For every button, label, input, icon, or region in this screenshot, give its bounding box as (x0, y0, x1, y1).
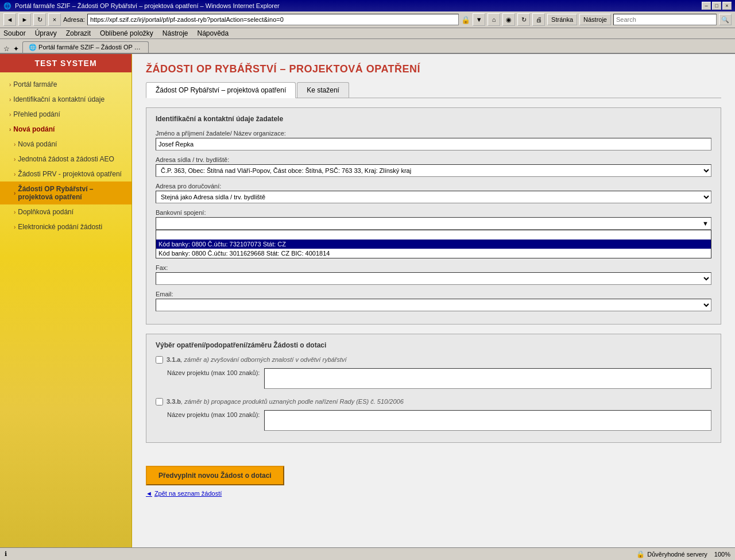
bank-option-2[interactable]: Kód banky: 0800 Č.účtu: 3011629668 Stát:… (156, 249, 711, 258)
email-select[interactable] (156, 299, 711, 311)
status-left: ℹ (5, 550, 7, 558)
menu-soubor[interactable]: Soubor (3, 29, 26, 37)
sidebar-label: Přehled podání (13, 110, 60, 118)
forward-button[interactable]: ► (18, 13, 31, 26)
name-input[interactable] (156, 138, 711, 150)
address-select[interactable]: Č.P. 363, Obec: Štítná nad Vláří-Popov, … (156, 164, 711, 177)
sidebar-label: Žádosti PRV - projektová opatření (18, 170, 122, 178)
bank-dropdown-container: ▼ Kód banky: 0800 Č.účtu: 732107073 Stát… (156, 217, 711, 230)
menu-napoveda[interactable]: Nápověda (198, 29, 229, 37)
sidebar-item-zadosti-op[interactable]: › Žádosti OP Rybářství – projektová opat… (0, 181, 131, 204)
maximize-button[interactable]: □ (712, 2, 721, 10)
secure-label: Důvěryhodné servery (647, 551, 707, 558)
sidebar-item-elektronicke-podani[interactable]: › Elektronické podání žádosti (0, 219, 131, 234)
sidebar-item-jednotna-zadost[interactable]: › Jednotná žádost a žádosti AEO (0, 152, 131, 167)
sidebar-nav: › Portál farmáře › Identifikační a konta… (0, 72, 131, 239)
bottom-actions: Předvyplnit novou Žádost o dotaci ◄ Zpět… (132, 461, 735, 506)
bank-dropdown-arrow-icon: ▼ (702, 220, 709, 227)
tools-button[interactable]: Nástroje (579, 14, 611, 25)
bank-dropdown-list: Kód banky: 0800 Č.účtu: 732107073 Stát: … (156, 230, 711, 258)
menu-oblibene[interactable]: Oblíbené položky (100, 29, 153, 37)
checkbox-row-1: 3.1.a, záměr a) zvyšování odborných znal… (156, 356, 711, 364)
ie-favicon-icon: 🌐 (3, 2, 11, 10)
selection-item-2: 3.3.b, záměr b) propagace produktů uznan… (156, 398, 711, 431)
refresh-button[interactable]: ↻ (33, 13, 46, 26)
project-name-row-1: Název projektu (max 100 znaků): (167, 368, 711, 389)
identification-section-title: Identifikační a kontaktní údaje žadatele (156, 115, 711, 123)
back-button[interactable]: ◄ (3, 13, 16, 26)
sidebar-item-zadosti-prv[interactable]: › Žádosti PRV - projektová opatření (0, 167, 131, 181)
arrow-icon: › (14, 141, 16, 148)
sidebar-item-prehled-podani[interactable]: › Přehled podání (0, 107, 131, 122)
refresh2-button[interactable]: ↻ (517, 13, 530, 26)
bank-option-1[interactable]: Kód banky: 0800 Č.účtu: 732107073 Stát: … (156, 240, 711, 249)
submit-button[interactable]: Předvyplnit novou Žádost o dotaci (146, 466, 284, 485)
title-bar-controls: – □ × (702, 2, 732, 10)
selection-item-1: 3.1.a, záměr a) zvyšování odborných znal… (156, 356, 711, 389)
secure-indicator: 🔒 Důvěryhodné servery (636, 550, 707, 558)
title-bar-left: 🌐 Portál farmáře SZIF – Žádosti OP Rybář… (3, 2, 280, 10)
checkbox-3-3-b[interactable] (156, 398, 163, 405)
tab-zadost[interactable]: Žádost OP Rybářství – projektová opatřen… (146, 82, 296, 98)
delivery-label: Adresa pro doručování: (156, 183, 711, 190)
code-3-3-b: 3.3.b (167, 398, 181, 405)
window-title: Portál farmáře SZIF – Žádosti OP Rybářst… (15, 2, 280, 9)
sidebar-label: Jednotná žádost a žádosti AEO (18, 155, 114, 163)
sidebar-label: Identifikační a kontaktní údaje (13, 95, 105, 103)
secure-lock-icon: 🔒 (636, 550, 645, 558)
page-button[interactable]: Stránka (547, 14, 577, 25)
back-button[interactable]: ◄ Zpět na seznam žádostí (146, 490, 222, 497)
browser-content: TEST SYSTEM › Portál farmáře › Identifik… (0, 54, 735, 560)
browser-tab-bar: ☆ ✦ 🌐 Portál farmáře SZIF – Žádosti OP R… (0, 39, 735, 54)
feeds-button[interactable]: ◉ (502, 13, 515, 26)
add-tab-icon[interactable]: ✦ (13, 45, 19, 53)
menu-bar: Soubor Úpravy Zobrazit Oblíbené položky … (0, 28, 735, 39)
sidebar-item-identifikacni[interactable]: › Identifikační a kontaktní údaje (0, 92, 131, 107)
code-3-1-a: 3.1.a (167, 356, 180, 363)
name-label: Jméno a příjmení žadatele/ Název organiz… (156, 130, 711, 137)
content-tabs: Žádost OP Rybářství – projektová opatřen… (146, 82, 721, 98)
sidebar-label: Žádosti OP Rybářství – projektová opatře… (18, 185, 125, 201)
desc-3-3-b: , záměr b) propagace produktů uznaných p… (181, 398, 404, 405)
sidebar-item-nova-podani[interactable]: › Nová podání (0, 137, 131, 152)
delivery-select[interactable]: Stejná jako Adresa sídla / trv. bydliště (156, 191, 711, 203)
bank-option-empty[interactable] (156, 230, 711, 240)
checkbox-3-1-a[interactable] (156, 356, 163, 364)
arrow-icon: › (9, 111, 11, 118)
sidebar-item-portal-farmare[interactable]: › Portál farmáře (0, 77, 131, 92)
project-textarea-1[interactable] (264, 368, 711, 389)
address-input[interactable] (87, 14, 459, 25)
search-input[interactable] (613, 14, 717, 25)
fax-select[interactable] (156, 272, 711, 285)
sidebar: TEST SYSTEM › Portál farmáře › Identifik… (0, 54, 132, 560)
sidebar-label: Doplňková podání (18, 208, 74, 216)
favorites-star-icon[interactable]: ☆ (3, 45, 10, 53)
page-title: ŽÁDOSTI OP RYBÁŘSTVÍ – PROJEKTOVÁ OPATŘE… (132, 54, 735, 82)
bank-label: Bankovní spojení: (156, 209, 711, 216)
sidebar-item-doplnkova-podani[interactable]: › Doplňková podání (0, 204, 131, 219)
arrow-icon: › (9, 82, 11, 88)
minimize-button[interactable]: – (702, 2, 711, 10)
browser-tab-main[interactable]: 🌐 Portál farmáře SZIF – Žádosti OP Rybář… (22, 41, 149, 53)
print-button[interactable]: 🖨 (532, 13, 545, 26)
close-button[interactable]: × (722, 2, 732, 10)
bank-dropdown-input[interactable]: ▼ (156, 217, 711, 230)
sidebar-item-nova-podani-group[interactable]: › Nová podání (0, 122, 131, 137)
menu-nastroje[interactable]: Nástroje (163, 29, 188, 37)
menu-zobrazit[interactable]: Zobrazit (66, 29, 91, 37)
sidebar-label: Nová podání (18, 140, 57, 148)
delivery-group: Adresa pro doručování: Stejná jako Adres… (156, 183, 711, 203)
desc-3-1-a: , záměr a) zvyšování odborných znalostí … (180, 356, 346, 363)
menu-upravy[interactable]: Úpravy (35, 29, 57, 37)
project-name-row-2: Název projektu (max 100 znaků): (167, 410, 711, 431)
home-button[interactable]: ⌂ (488, 13, 500, 26)
search-go-button[interactable]: 🔍 (719, 14, 732, 25)
sidebar-header: TEST SYSTEM (0, 54, 131, 72)
main-content: ŽÁDOSTI OP RYBÁŘSTVÍ – PROJEKTOVÁ OPATŘE… (132, 54, 735, 560)
history-dropdown-button[interactable]: ▼ (473, 13, 485, 26)
fax-group: Fax: (156, 264, 711, 285)
stop-button[interactable]: × (48, 13, 61, 26)
project-textarea-2[interactable] (264, 410, 711, 431)
tab-ke-stazeni[interactable]: Ke stažení (297, 82, 349, 98)
delivery-select-wrapper: Stejná jako Adresa sídla / trv. bydliště (156, 191, 711, 203)
